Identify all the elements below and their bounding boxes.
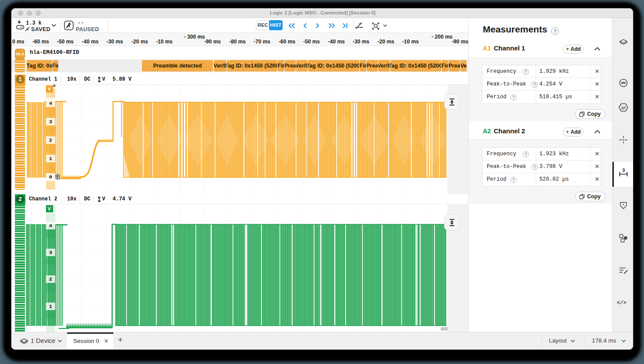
svg-text:1F: 1F — [621, 106, 626, 110]
svg-text:3: 3 — [623, 168, 625, 173]
